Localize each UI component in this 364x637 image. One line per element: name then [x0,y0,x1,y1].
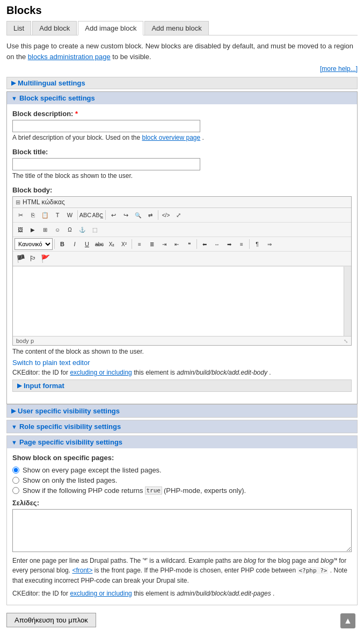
toolbar-align-center[interactable]: ↔ [211,238,223,250]
tab-add-block[interactable]: Add block [32,21,77,35]
role-visibility-header[interactable]: ▼ Role specific visibility settings [7,420,357,433]
front-link[interactable]: <front> [72,567,92,574]
block-title-hint: The title of the block as shown to the u… [12,172,352,180]
multilingual-header[interactable]: ▶ Multilingual settings [6,77,358,89]
toolbar-spellcheck2[interactable]: ABC̲ [92,209,104,221]
role-vis-arrow: ▼ [11,424,17,430]
toolbar-outdent[interactable]: ⇤ [171,238,183,250]
submit-button[interactable]: Αποθήκευση του μπλοκ [6,613,96,627]
toolbar-spellcheck1[interactable]: ABC [79,209,91,221]
ckeditor-pages-id-info: CKEditor: the ID for excluding or includ… [12,590,352,597]
blog-example: blog [244,557,256,564]
toolbar-bold[interactable]: B [56,238,68,250]
page-visibility-header[interactable]: ▼ Page specific visibility settings [7,436,357,448]
resize-handle[interactable]: ⤡ [344,338,348,344]
tab-list[interactable]: List [6,21,31,35]
toolbar-row-4: 🏴 🏳 🚩 [13,252,351,266]
toolbar-undo[interactable]: ↩ [107,209,119,221]
toolbar-ul[interactable]: ≣ [146,238,158,250]
toolbar-sep-7 [249,239,250,249]
toolbar-indent[interactable]: ⇥ [158,238,170,250]
block-overview-link[interactable]: block overview page [142,134,200,141]
role-visibility-section: ▼ Role specific visibility settings [6,420,358,433]
toolbar-sep-2 [105,210,106,220]
user-vis-arrow: ▶ [11,407,16,414]
toolbar-source[interactable]: </> [160,209,172,221]
editor-scrollbar[interactable] [344,267,351,336]
excluding2-link[interactable]: excluding or including [70,590,132,597]
user-visibility-section: ▶ User specific visibility settings [6,404,358,418]
page-vis-label: Page specific visibility settings [19,438,122,446]
pages-hint: Enter one page per line as Drupal paths.… [12,556,352,585]
block-specific-arrow: ▼ [11,95,17,102]
toolbar-maximize[interactable]: ⤢ [172,209,184,221]
radio-except[interactable] [12,467,19,474]
scroll-top-button[interactable]: ▲ [340,613,355,628]
blogstar-example: blog/* [321,557,337,564]
toolbar-table[interactable]: ⊞ [39,224,51,235]
toolbar-find[interactable]: 🔍 [132,209,144,221]
toolbar-subscript[interactable]: X₂ [106,238,118,250]
toolbar-sep-6 [196,239,197,249]
radio-option-except: Show on every page except the listed pag… [12,466,352,474]
toolbar-charmap[interactable]: Ω [64,224,76,235]
toolbar-replace[interactable]: ⇄ [144,209,156,221]
toolbar-bidi-ltr[interactable]: ⇒ [264,238,275,250]
toolbar-strikethrough[interactable]: abc [93,238,105,250]
toolbar-superscript[interactable]: X² [118,238,130,250]
toolbar-image[interactable]: 🖼 [14,224,26,235]
editor-statusbar: body p ⤡ [13,336,351,345]
block-title-input[interactable] [12,158,200,170]
block-specific-header[interactable]: ▼ Block specific settings [7,92,357,104]
toolbar-underline[interactable]: U [81,238,93,250]
block-body-group: Block body: ⊞ HTML κώδικας ✂ ⎘ 📋 T W [12,186,352,392]
toolbar-flash[interactable]: ▶ [27,224,39,235]
toolbar-anchor[interactable]: ⚓ [76,224,88,235]
block-description-input[interactable] [12,120,200,132]
toolbar-flag1[interactable]: 🏴 [14,253,26,264]
pages-textarea[interactable] [12,509,352,552]
toolbar-paste[interactable]: 📋 [39,209,51,221]
toolbar-paste-word[interactable]: W [64,209,76,221]
toolbar-align-full[interactable]: ≡ [236,238,247,250]
radio-group: Show on every page except the listed pag… [12,466,352,495]
ckeditor-id: admin/build/block/add.edit-body [177,369,267,376]
toolbar-ol[interactable]: ≡ [134,238,145,250]
toolbar-showblocks[interactable]: ¶ [251,238,263,250]
toolbar-flag2[interactable]: 🏳 [27,253,39,264]
toolbar-blockquote[interactable]: ❝ [183,238,195,250]
pages-label: Σελίδες: [12,499,352,507]
tabs: List Add block Add image block Add menu … [6,21,358,35]
multilingual-label: Multilingual settings [18,79,85,87]
page-vis-arrow: ▼ [11,439,17,446]
user-visibility-header[interactable]: ▶ User specific visibility settings [7,405,357,417]
true-code: true [145,486,163,495]
format-select[interactable]: Κανονικό [14,238,53,250]
toolbar-pagebreak[interactable]: ⬚ [89,224,100,235]
block-description-hint: A brief description of your block. Used … [12,134,352,141]
switch-editor-group: Switch to plain text editor [12,359,352,367]
block-specific-label: Block specific settings [19,94,95,102]
input-format-header[interactable]: ▶ Input format [12,380,352,392]
toolbar-flag3[interactable]: 🚩 [39,253,51,264]
user-vis-label: User specific visibility settings [18,407,120,415]
toolbar-align-right[interactable]: ➡ [223,238,235,250]
toolbar-paste-text[interactable]: T [52,209,63,221]
toolbar-redo[interactable]: ↪ [120,209,132,221]
toolbar-italic[interactable]: I [69,238,81,250]
blocks-admin-link[interactable]: blocks administration page [28,53,111,61]
radio-option-php: Show if the following PHP code returns t… [12,486,352,495]
tab-add-image-block[interactable]: Add image block [78,21,143,35]
editor-area[interactable] [13,266,351,336]
radio-only[interactable] [12,477,19,484]
toolbar-emoticon[interactable]: ☺ [52,224,63,235]
toolbar-copy[interactable]: ⎘ [27,209,39,221]
excluding-link[interactable]: excluding or including [70,369,132,376]
more-help-link[interactable]: [more help...] [320,65,358,73]
statusbar-text: body p [16,338,34,344]
radio-php[interactable] [12,487,19,494]
switch-editor-link[interactable]: Switch to plain text editor [12,359,90,367]
tab-add-menu-block[interactable]: Add menu block [144,21,208,35]
toolbar-align-left[interactable]: ⬅ [199,238,210,250]
toolbar-cut[interactable]: ✂ [14,209,26,221]
